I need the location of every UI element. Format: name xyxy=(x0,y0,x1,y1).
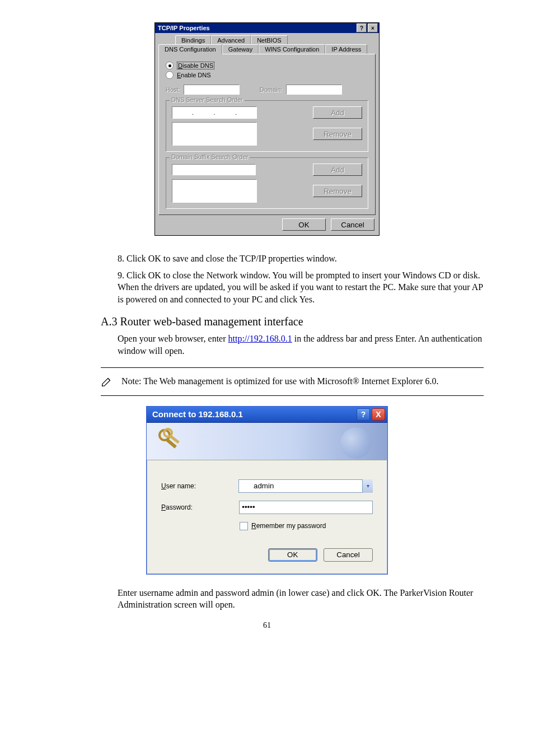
tab-advanced[interactable]: Advanced xyxy=(211,35,251,45)
step-9: 9. Click OK to close the Network window.… xyxy=(118,269,484,306)
dns-list xyxy=(172,122,257,146)
dialog-banner xyxy=(147,423,387,460)
tab-gateway[interactable]: Gateway xyxy=(222,44,259,54)
domain-label: Domain: xyxy=(260,86,283,93)
group-legend: Domain Suffix Search Order xyxy=(170,153,250,160)
tab-dns-configuration[interactable]: DNS Configuration xyxy=(158,44,222,54)
add-button: Add xyxy=(313,164,362,176)
remove-button: Remove xyxy=(313,185,362,197)
titlebar: Connect to 192.168.0.1 ? X xyxy=(147,407,387,423)
close-icon[interactable]: × xyxy=(368,24,378,32)
dns-ip-input: ... xyxy=(172,106,257,119)
suffix-list xyxy=(172,179,257,203)
chevron-down-icon[interactable]: ▾ xyxy=(362,479,373,493)
tcpip-properties-dialog: TCP/IP Properties ? × Bindings Advanced … xyxy=(154,22,380,236)
password-label: Password: xyxy=(161,503,239,511)
radio-enable-dns[interactable]: Enable DNS xyxy=(166,71,368,79)
tab-wins-configuration[interactable]: WINS Configuration xyxy=(259,44,325,54)
connect-to-dialog: Connect to 192.168.0.1 ? X User name: ▾ xyxy=(146,406,388,575)
cancel-button[interactable]: Cancel xyxy=(331,218,374,231)
note-block: Note: The Web management is optimized fo… xyxy=(101,367,484,396)
pencil-icon xyxy=(101,375,113,388)
add-button: Add xyxy=(313,106,362,119)
password-input[interactable] xyxy=(239,501,373,514)
close-icon[interactable]: X xyxy=(372,408,385,421)
ok-button[interactable]: OK xyxy=(282,218,326,231)
ok-button[interactable]: OK xyxy=(268,548,317,562)
dialog-title: Connect to 192.168.0.1 xyxy=(149,409,357,419)
remember-label: Remember my password xyxy=(251,522,326,530)
globe-icon xyxy=(340,427,372,459)
host-input xyxy=(184,85,240,95)
username-combo[interactable]: ▾ xyxy=(238,479,373,493)
help-icon[interactable]: ? xyxy=(357,24,367,32)
tab-netbios[interactable]: NetBIOS xyxy=(251,35,287,45)
tab-bindings[interactable]: Bindings xyxy=(175,35,211,45)
dns-server-search-order-group: DNS Server Search Order ... Add Remove xyxy=(166,100,368,152)
group-legend: DNS Server Search Order xyxy=(170,96,245,103)
titlebar: TCP/IP Properties ? × xyxy=(155,23,379,33)
cancel-button[interactable]: Cancel xyxy=(324,548,373,562)
username-label: User name: xyxy=(161,482,238,490)
router-url-link[interactable]: http://192.168.0.1 xyxy=(228,334,292,343)
remember-checkbox[interactable] xyxy=(240,522,248,530)
section-heading: A.3 Router web-based management interfac… xyxy=(101,315,484,328)
username-input[interactable] xyxy=(238,479,373,493)
suffix-input xyxy=(172,164,256,175)
note-text: Note: The Web management is optimized fo… xyxy=(121,376,439,386)
host-label: Host: xyxy=(166,86,180,93)
page-number: 61 xyxy=(50,621,484,630)
tab-ip-address[interactable]: IP Address xyxy=(325,44,367,54)
keys-icon xyxy=(157,427,185,455)
closing-para: Enter username admin and password admin … xyxy=(118,587,484,611)
dialog-title: TCP/IP Properties xyxy=(156,25,355,31)
domain-suffix-search-order-group: Domain Suffix Search Order Add Remove xyxy=(166,157,368,209)
step-8: 8. Click OK to save and close the TCP/IP… xyxy=(118,253,484,265)
radio-icon xyxy=(166,62,174,69)
section-para: Open your web browser, enter http://192.… xyxy=(118,333,484,357)
radio-disable-dns[interactable]: Disable DNS xyxy=(166,62,368,69)
domain-input xyxy=(286,85,342,95)
radio-icon xyxy=(166,71,174,79)
remove-button: Remove xyxy=(313,128,362,140)
help-icon[interactable]: ? xyxy=(357,408,370,421)
